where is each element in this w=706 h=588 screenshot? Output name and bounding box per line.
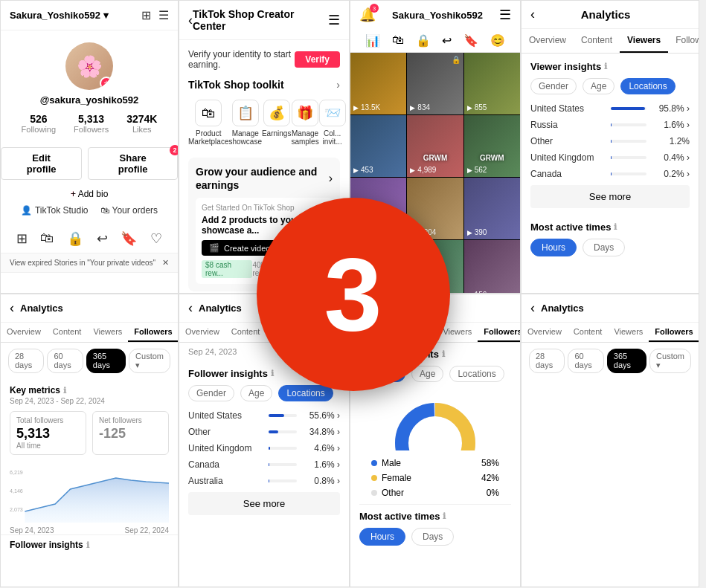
like-icon[interactable]: ♡ <box>150 230 162 247</box>
bcl-tab-followers[interactable]: Followers <box>307 323 349 342</box>
notification-badge: 2 <box>170 145 179 155</box>
avatar-plus-icon[interactable]: + <box>100 77 113 90</box>
stat-likes[interactable]: 3274K Likes <box>126 113 157 134</box>
bookmark-icon[interactable]: 🔖 <box>121 230 137 247</box>
notification-icon[interactable]: 🔔3 <box>359 7 376 23</box>
bcr-tab-overview[interactable]: Overview <box>350 323 397 342</box>
video-thumb-11[interactable]: ▶234 <box>407 240 463 294</box>
bcl-subtab-age[interactable]: Age <box>240 385 272 401</box>
shop-icon[interactable]: 🛍 <box>392 33 404 48</box>
bcr-subtab-gender[interactable]: Gender <box>359 366 405 382</box>
tab-viewers[interactable]: Viewers <box>620 29 668 53</box>
back-arrow-icon[interactable]: ‹ <box>530 7 535 22</box>
subtab-gender[interactable]: Gender <box>530 78 577 94</box>
bcl-tab-overview[interactable]: Overview <box>179 323 225 342</box>
back-icon-bcl[interactable]: ‹ <box>188 300 193 316</box>
br-tab-overview[interactable]: Overview <box>522 323 568 342</box>
camera-icon[interactable]: ⊞ <box>141 8 151 22</box>
br-pill-60[interactable]: 60 days <box>568 349 603 373</box>
bcr-tab-followers[interactable]: Followers <box>478 323 520 342</box>
bookmark2-icon[interactable]: 🔖 <box>463 33 478 48</box>
pill-60[interactable]: 60 days <box>47 349 83 373</box>
lock2-icon[interactable]: 🔒 <box>416 33 431 48</box>
video-thumb-4[interactable]: ▶453 <box>350 115 406 177</box>
bl-tab-followers[interactable]: Followers <box>128 323 178 342</box>
video-thumb-5[interactable]: GRWM ▶4,989 <box>407 115 463 177</box>
bcr-tab-hours[interactable]: Hours <box>359 528 405 546</box>
toolkit-item-samples[interactable]: 🎁 Managesamples <box>291 100 318 146</box>
mat-tab-hours[interactable]: Hours <box>530 239 577 256</box>
video-thumb-8[interactable]: ▶1,204 <box>407 178 463 239</box>
bl-tab-content[interactable]: Content <box>47 323 88 342</box>
stat-followers[interactable]: 5,313 Followers <box>74 113 109 134</box>
subtab-age[interactable]: Age <box>583 78 614 94</box>
see-more-button[interactable]: See more <box>530 185 690 208</box>
emoji-icon[interactable]: 😊 <box>490 33 505 48</box>
grid-icon[interactable]: ⊞ <box>16 230 28 247</box>
video-thumb-9[interactable]: ▶390 <box>464 178 520 239</box>
your-orders-link[interactable]: 🛍 Your orders <box>100 205 158 216</box>
br-pill-28[interactable]: 28 days <box>529 349 565 373</box>
bcl-see-more-button[interactable]: See more <box>188 492 340 515</box>
br-back-icon[interactable]: ‹ <box>530 300 535 316</box>
back-icon[interactable]: ‹ <box>10 300 14 316</box>
bl-tab-overview[interactable]: Overview <box>1 323 47 342</box>
menu-dots-icon[interactable]: ☰ <box>328 12 340 28</box>
repost-icon[interactable]: ↩ <box>97 230 108 247</box>
toolkit-item-showcase[interactable]: 📋 Manageshowcase <box>228 100 261 146</box>
bcl-subtab-gender[interactable]: Gender <box>188 385 234 401</box>
bcr-tab-days[interactable]: Days <box>411 528 454 546</box>
br-tab-viewers[interactable]: Viewers <box>608 323 649 342</box>
pill-28[interactable]: 28 days <box>8 349 44 373</box>
more-icon[interactable]: ☰ <box>499 7 511 23</box>
verify-button[interactable]: Verify <box>295 51 340 68</box>
pill-365[interactable]: 365 days <box>86 349 126 373</box>
tab-content[interactable]: Content <box>574 29 620 53</box>
tiktok-studio-link[interactable]: 👤 TikTok Studio <box>21 205 89 216</box>
stat-following[interactable]: 526 Following <box>22 113 56 134</box>
bcr-back-icon[interactable]: ‹ <box>359 300 364 316</box>
subtab-locations[interactable]: Locations <box>620 78 675 94</box>
tab-overview[interactable]: Overview <box>522 29 574 53</box>
share-profile-button[interactable]: Share profile 2 <box>88 147 178 180</box>
tab-followers[interactable]: Followers <box>668 29 699 53</box>
lock-icon[interactable]: 🔒 <box>67 230 83 247</box>
bcl-tab-viewers[interactable]: Viewers <box>266 323 307 342</box>
menu-icon[interactable]: ☰ <box>158 8 169 22</box>
bcl-tab-content[interactable]: Content <box>225 323 266 342</box>
analytics-bl-title: Analytics <box>20 303 63 314</box>
toolkit-arrow-icon[interactable]: › <box>336 79 340 91</box>
bcr-tab-viewers[interactable]: Viewers <box>437 323 478 342</box>
bcr-subtab-locations[interactable]: Locations <box>449 366 504 382</box>
toolkit-item-collab[interactable]: 📨 Col...invit... <box>319 100 346 146</box>
br-pill-custom[interactable]: Custom ▾ <box>649 349 691 373</box>
close-icon[interactable]: ✕ <box>162 258 169 268</box>
toolkit-item-earnings[interactable]: 💰 Earnings <box>262 100 291 146</box>
br-pill-365[interactable]: 365 days <box>607 349 646 373</box>
profile-username-header[interactable]: Sakura_Yoshiko592 ▾ <box>10 10 109 21</box>
toolkit-item-marketplace[interactable]: 🛍 ProductMarketplace <box>188 100 228 146</box>
add-bio[interactable]: + + Add bio <box>71 189 109 199</box>
video-thumb-1[interactable]: ▶13.5K <box>350 53 406 114</box>
video-thumb-2[interactable]: ▶834 🔒 <box>407 53 463 114</box>
stats-icon[interactable]: 📊 <box>365 33 380 48</box>
bcl-subtab-locations[interactable]: Locations <box>278 385 333 401</box>
video-thumb-12[interactable]: ▶156 <box>464 240 520 294</box>
repost2-icon[interactable]: ↩ <box>442 33 452 48</box>
chart-x-labels: Sep 24, 2023 Sep 22, 2024 <box>1 526 178 534</box>
grow-arrow-icon[interactable]: › <box>329 172 333 185</box>
br-tab-content[interactable]: Content <box>568 323 609 342</box>
edit-profile-button[interactable]: Edit profile <box>1 147 82 180</box>
pill-custom[interactable]: Custom ▾ <box>129 349 170 373</box>
bcr-tab-content[interactable]: Content <box>397 323 437 342</box>
create-video-button[interactable]: 🎬 Create video <box>202 240 277 256</box>
video-thumb-6[interactable]: GRWM ▶562 <box>464 115 520 177</box>
bcr-subtab-age[interactable]: Age <box>411 366 443 382</box>
shopping-icon[interactable]: 🛍 <box>40 230 54 247</box>
bl-tab-viewers[interactable]: Viewers <box>87 323 128 342</box>
mat-tab-days[interactable]: Days <box>583 239 625 256</box>
video-thumb-10[interactable]: ▶678 <box>350 240 406 294</box>
video-thumb-3[interactable]: ▶855 <box>464 53 520 114</box>
video-thumb-7[interactable]: ▶211 <box>350 178 406 239</box>
br-tab-followers[interactable]: Followers <box>649 323 699 342</box>
